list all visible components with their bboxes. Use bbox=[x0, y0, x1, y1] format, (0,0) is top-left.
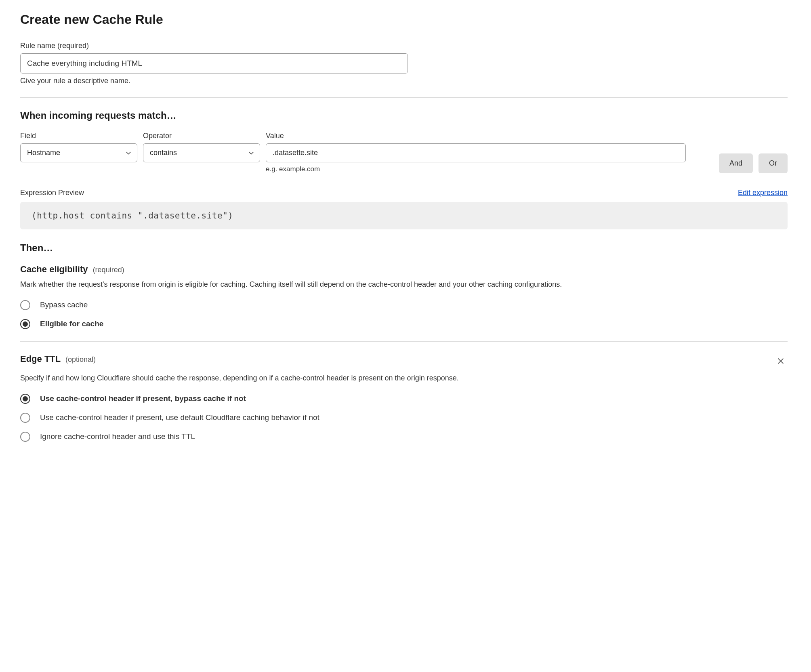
field-col-label: Field bbox=[20, 132, 137, 140]
expression-preview-label: Expression Preview bbox=[20, 189, 84, 197]
rule-name-label: Rule name (required) bbox=[20, 42, 788, 50]
and-button[interactable]: And bbox=[719, 153, 753, 173]
match-heading: When incoming requests match… bbox=[20, 110, 788, 121]
radio-icon bbox=[20, 394, 30, 404]
radio-ttl-ignore-header[interactable]: Ignore cache-control header and use this… bbox=[20, 432, 788, 442]
edit-expression-link[interactable]: Edit expression bbox=[738, 189, 788, 197]
field-select-value: Hostname bbox=[27, 149, 60, 157]
radio-bypass-cache[interactable]: Bypass cache bbox=[20, 300, 788, 310]
then-heading: Then… bbox=[20, 242, 788, 254]
cache-eligibility-heading: Cache eligibility (required) bbox=[20, 264, 788, 275]
edge-ttl-heading: Edge TTL (optional) bbox=[20, 354, 96, 364]
cache-eligibility-radio-group: Bypass cache Eligible for cache bbox=[20, 300, 788, 329]
radio-icon bbox=[20, 432, 30, 442]
value-input[interactable] bbox=[266, 143, 686, 162]
optional-tag: (optional) bbox=[65, 355, 96, 363]
edge-ttl-radio-group: Use cache-control header if present, byp… bbox=[20, 394, 788, 442]
operator-select[interactable]: contains bbox=[143, 143, 260, 162]
radio-label: Use cache-control header if present, byp… bbox=[40, 394, 246, 403]
expression-preview-code: (http.host contains ".datasette.site") bbox=[20, 202, 788, 229]
filter-row: Field Hostname Operator contains Value e… bbox=[20, 132, 788, 173]
divider bbox=[20, 341, 788, 342]
edge-ttl-desc: Specify if and how long Cloudflare shoul… bbox=[20, 372, 650, 384]
radio-eligible-for-cache[interactable]: Eligible for cache bbox=[20, 319, 788, 329]
divider bbox=[20, 97, 788, 98]
rule-name-helper: Give your rule a descriptive name. bbox=[20, 77, 788, 85]
radio-icon bbox=[20, 300, 30, 310]
chevron-down-icon bbox=[126, 150, 131, 156]
radio-ttl-bypass-if-not[interactable]: Use cache-control header if present, byp… bbox=[20, 394, 788, 404]
radio-icon bbox=[20, 413, 30, 423]
operator-col-label: Operator bbox=[143, 132, 260, 140]
radio-ttl-default-if-not[interactable]: Use cache-control header if present, use… bbox=[20, 413, 788, 423]
value-col-label: Value bbox=[266, 132, 713, 140]
radio-icon bbox=[20, 319, 30, 329]
radio-label: Bypass cache bbox=[40, 300, 88, 309]
page-title: Create new Cache Rule bbox=[20, 12, 788, 27]
field-select[interactable]: Hostname bbox=[20, 143, 137, 162]
cache-eligibility-desc: Mark whether the request's response from… bbox=[20, 279, 788, 290]
radio-label: Eligible for cache bbox=[40, 319, 103, 328]
chevron-down-icon bbox=[248, 150, 254, 156]
radio-label: Use cache-control header if present, use… bbox=[40, 413, 319, 422]
close-icon[interactable] bbox=[774, 354, 788, 368]
rule-name-input[interactable] bbox=[20, 53, 408, 74]
radio-label: Ignore cache-control header and use this… bbox=[40, 432, 195, 441]
operator-select-value: contains bbox=[150, 149, 177, 157]
value-hint: e.g. example.com bbox=[266, 165, 713, 173]
or-button[interactable]: Or bbox=[758, 153, 788, 173]
required-tag: (required) bbox=[93, 266, 124, 274]
